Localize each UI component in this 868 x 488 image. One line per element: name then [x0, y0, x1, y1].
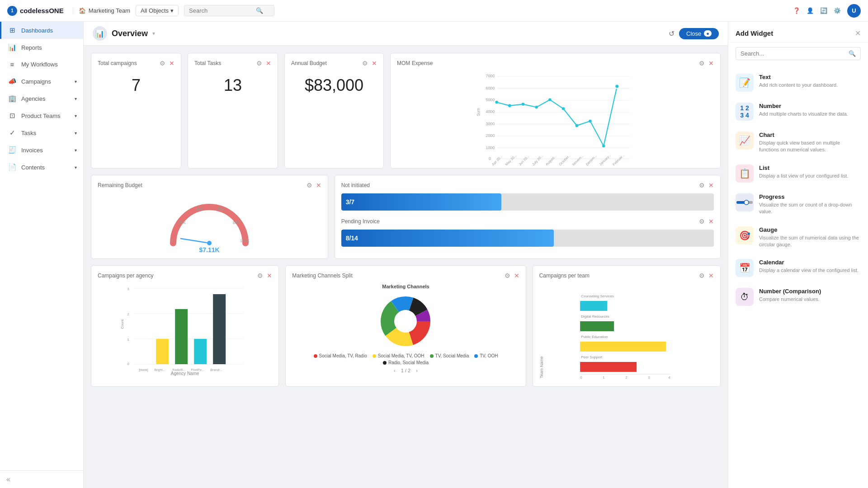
widget-type-name: Number (Comparison) — [759, 288, 821, 295]
sidebar-item-product-teams[interactable]: ⊡ Product Teams ▾ — [0, 107, 83, 124]
close-icon[interactable]: ✕ — [169, 60, 175, 67]
sidebar-item-invoices[interactable]: 🧾 Invoices ▾ — [0, 141, 83, 159]
close-icon[interactable]: ✕ — [708, 182, 714, 189]
svg-text:Novem...: Novem... — [571, 154, 584, 166]
settings-icon[interactable]: ⚙ — [699, 182, 705, 189]
widget-type-progress[interactable]: Progress Visualize the sum or count of a… — [728, 188, 868, 221]
svg-text:3000: 3000 — [486, 122, 495, 126]
avatar[interactable]: U — [847, 4, 861, 18]
chevron-down-icon: ▾ — [170, 7, 174, 14]
sidebar-item-workflows[interactable]: ≡ My Workflows — [0, 56, 83, 73]
sidebar-item-contents[interactable]: 📄 Contents ▾ — [0, 159, 83, 176]
svg-text:3: 3 — [127, 287, 129, 291]
sidebar-item-reports[interactable]: 📊 Reports — [0, 39, 83, 56]
history-icon[interactable]: 🔄 — [820, 7, 827, 14]
widget-type-list[interactable]: 📋 List Display a list view of your confi… — [728, 159, 868, 188]
refresh-button[interactable]: ↺ — [669, 29, 675, 38]
close-icon[interactable]: ✕ — [514, 272, 519, 279]
svg-text:7000: 7000 — [486, 74, 495, 78]
search-input[interactable] — [189, 7, 252, 14]
global-search[interactable]: 🔍 — [184, 5, 274, 16]
sidebar-collapse-button[interactable]: « — [0, 470, 83, 488]
widget-title: Annual Budget — [291, 60, 327, 66]
svg-text:October...: October... — [558, 153, 572, 166]
sidebar-item-tasks[interactable]: ✓ Tasks ▾ — [0, 124, 83, 141]
settings-icon[interactable]: ⚙️ — [834, 7, 841, 14]
widget-type-number[interactable]: 1 23 4 Number Add multiple charts to vis… — [728, 97, 868, 126]
close-button[interactable]: Close ● — [679, 28, 719, 39]
settings-icon[interactable]: ⚙ — [505, 272, 510, 279]
svg-text:80K: 80K — [233, 221, 240, 225]
svg-rect-85 — [580, 342, 666, 352]
settings-icon[interactable]: ⚙ — [257, 272, 263, 279]
svg-text:40K: 40K — [197, 207, 204, 211]
help-icon[interactable]: ❓ — [793, 7, 800, 14]
settings-icon[interactable]: ⚙ — [362, 60, 368, 67]
tasks-icon: ✓ — [8, 129, 17, 137]
widget-type-text[interactable]: 📝 Text Add rich content to your dashboar… — [728, 68, 868, 97]
svg-text:Sum: Sum — [476, 108, 481, 116]
chevron-down-icon: ▾ — [75, 165, 77, 170]
svg-text:2000: 2000 — [486, 133, 495, 138]
svg-text:60K: 60K — [217, 207, 225, 211]
team-selector[interactable]: 🏠 Marketing Team — [73, 7, 130, 14]
sidebar-item-dashboards[interactable]: ⊞ Dashboards — [0, 22, 83, 39]
next-icon[interactable]: › — [416, 368, 418, 373]
not-initiated-bar: 3/7 — [341, 193, 714, 211]
close-icon[interactable]: ✕ — [316, 182, 321, 189]
settings-icon[interactable]: ⚙ — [699, 218, 705, 225]
close-icon[interactable]: ✕ — [372, 60, 377, 67]
settings-icon[interactable]: ⚙ — [256, 60, 262, 67]
widget-row-3: Campaigns per agency ⚙ ✕ 3 2 1 0 — [91, 265, 721, 387]
sidebar-item-agencies[interactable]: 🏢 Agencies ▾ — [0, 90, 83, 107]
chevron-down-icon: ▾ — [75, 148, 77, 153]
campaigns-team-chart: Team Name 0 1 2 3 4 Couns — [539, 284, 714, 380]
svg-text:0: 0 — [170, 239, 173, 243]
widget-type-name: Number — [759, 103, 848, 109]
widget-marketing-channels: Marketing Channels Split ⚙ ✕ Marketing C… — [285, 265, 526, 387]
sidebar: ⊞ Dashboards 📊 Reports ≡ My Workflows 📣 … — [0, 22, 84, 488]
svg-text:Jun 20...: Jun 20... — [518, 154, 530, 166]
sidebar-item-campaigns[interactable]: 📣 Campaigns ▾ — [0, 73, 83, 90]
widget-type-gauge[interactable]: 🎯 Gauge Visualize the sum of numerical d… — [728, 221, 868, 254]
chevron-down-icon: ▾ — [75, 79, 77, 84]
user-icon[interactable]: 👤 — [807, 7, 814, 14]
chevron-down-icon: ▾ — [75, 131, 77, 136]
svg-point-25 — [602, 145, 605, 148]
widget-progress-bars: Not initiated ⚙ ✕ 3/7 — [335, 175, 721, 259]
widget-type-calendar[interactable]: 📅 Calendar Display a calendar view of th… — [728, 253, 868, 282]
svg-text:Public Education: Public Education — [581, 335, 608, 339]
settings-icon[interactable]: ⚙ — [699, 60, 705, 67]
widget-type-number-comparison[interactable]: ⏱ Number (Comparison) Compare numerical … — [728, 282, 868, 311]
svg-point-72 — [396, 312, 415, 330]
product-teams-icon: ⊡ — [8, 112, 17, 120]
toggle-icon: ● — [704, 30, 712, 37]
svg-text:[blank]: [blank] — [139, 368, 148, 372]
nav-right-actions: ❓ 👤 🔄 ⚙️ U — [793, 4, 861, 18]
svg-text:August...: August... — [545, 154, 557, 167]
close-icon[interactable]: ✕ — [708, 60, 714, 67]
invoices-icon: 🧾 — [8, 146, 17, 154]
prev-icon[interactable]: ‹ — [394, 368, 396, 373]
settings-icon[interactable]: ⚙ — [699, 272, 705, 279]
widget-search-input[interactable] — [741, 50, 846, 57]
svg-point-26 — [615, 84, 619, 89]
widget-type-name: Calendar — [759, 259, 859, 266]
all-objects-dropdown[interactable]: All Objects ▾ — [136, 5, 179, 16]
widget-type-desc: Add multiple charts to visualize the dat… — [759, 111, 848, 117]
close-icon[interactable]: ✕ — [266, 60, 271, 67]
number-widget-icon: 1 23 4 — [736, 103, 754, 121]
settings-icon[interactable]: ⚙ — [307, 182, 312, 189]
close-icon[interactable]: ✕ — [708, 272, 714, 279]
close-icon[interactable]: ✕ — [267, 272, 272, 279]
widget-row-2: Remaining Budget ⚙ ✕ 0 — [91, 175, 721, 259]
settings-icon[interactable]: ⚙ — [160, 60, 165, 67]
close-icon[interactable]: ✕ — [708, 218, 714, 225]
pagination[interactable]: ‹ 1 / 2 › — [292, 368, 519, 373]
svg-point-20 — [535, 106, 538, 109]
top-navbar: 1 codelessONE 🏠 Marketing Team All Objec… — [0, 0, 868, 22]
widget-type-chart[interactable]: 📈 Chart Display quick view based on mult… — [728, 126, 868, 159]
title-dropdown-icon[interactable]: ▾ — [152, 30, 155, 37]
close-panel-icon[interactable]: ✕ — [855, 29, 861, 38]
widget-search[interactable]: 🔍 — [736, 47, 861, 60]
